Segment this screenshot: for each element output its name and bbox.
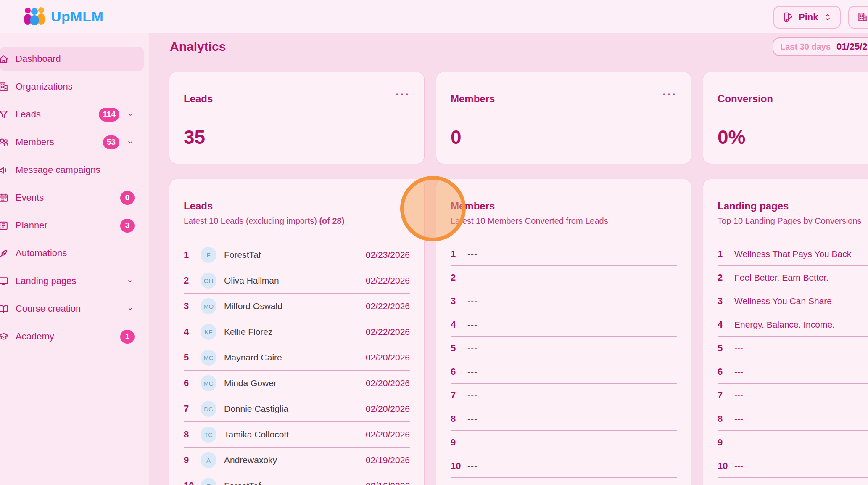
landing-page-title[interactable]: --- xyxy=(734,461,743,471)
lead-row[interactable]: 2OHOliva Hallman02/22/2026 xyxy=(184,268,410,294)
member-row: 3--- xyxy=(451,289,677,313)
rocket-icon xyxy=(0,248,9,259)
date-range-button[interactable]: Last 30 days 01/25/20 xyxy=(773,37,868,56)
avatar: A xyxy=(201,452,216,468)
landing-page-title[interactable]: Wellness You Can Share xyxy=(734,296,832,306)
landing-page-row[interactable]: 3Wellness You Can Share xyxy=(718,289,868,313)
member-row: 2--- xyxy=(451,266,677,289)
row-number: 9 xyxy=(451,437,467,448)
lead-date: 02/20/2026 xyxy=(366,378,410,388)
member-placeholder: --- xyxy=(467,249,478,259)
row-number: 9 xyxy=(718,437,734,448)
landing-page-title[interactable]: --- xyxy=(734,390,743,400)
header-actions: Pink U xyxy=(773,6,868,29)
landing-page-row[interactable]: 10--- xyxy=(718,454,868,478)
lead-name: Oliva Hallman xyxy=(224,276,279,286)
landing-page-title[interactable]: Feel Better. Earn Better. xyxy=(734,273,828,283)
landing-page-row[interactable]: 4Energy. Balance. Income. xyxy=(718,313,868,337)
member-placeholder: --- xyxy=(467,296,478,306)
row-number: 5 xyxy=(184,352,201,363)
count-badge: 114 xyxy=(99,108,119,122)
row-number: 1 xyxy=(451,249,467,260)
row-number: 2 xyxy=(184,275,201,286)
landing-page-title[interactable]: Wellness That Pays You Back xyxy=(734,249,851,259)
landing-page-title[interactable]: --- xyxy=(734,367,743,377)
sidebar-item-label: Events xyxy=(16,192,120,203)
sidebar-item-label: Leads xyxy=(16,109,99,120)
sidebar-item-landing-pages[interactable]: Landing pages xyxy=(0,269,144,293)
sidebar-item-automations[interactable]: Automations xyxy=(0,241,144,265)
lead-row[interactable]: 7DCDonnie Castiglia02/20/2026 xyxy=(184,396,410,422)
landing-page-row[interactable]: 8--- xyxy=(718,407,868,431)
sidebar-item-events[interactable]: Events0 xyxy=(0,186,144,210)
people-logo-icon xyxy=(23,7,46,26)
count-badge: 0 xyxy=(120,191,135,205)
list-card-title: Landing pages xyxy=(718,200,789,212)
landing-page-title[interactable]: --- xyxy=(734,437,743,448)
lead-date: 02/20/2026 xyxy=(366,404,410,414)
sidebar-item-message-campaigns[interactable]: Message campaigns xyxy=(0,158,144,182)
row-number: 10 xyxy=(184,480,201,485)
list-card-title: Leads xyxy=(184,200,213,212)
member-placeholder: --- xyxy=(467,461,478,471)
sidebar-item-academy[interactable]: Academy1 xyxy=(0,324,144,349)
lead-row[interactable]: 4KFKellie Florez02/22/2026 xyxy=(184,319,410,345)
chevron-down-icon[interactable] xyxy=(126,110,135,119)
sidebar-item-planner[interactable]: Planner3 xyxy=(0,213,144,238)
row-number: 6 xyxy=(451,366,467,377)
avatar: MC xyxy=(201,350,216,366)
app-name: UpMLM xyxy=(51,8,103,25)
sidebar-item-course-creation[interactable]: Course creation xyxy=(0,297,144,321)
landing-page-title[interactable]: --- xyxy=(734,414,743,424)
lead-row[interactable]: 9AAndrewaxoky02/19/2026 xyxy=(184,448,410,473)
list-card-subtitle: Latest 10 Members Converted from Leads xyxy=(451,216,608,226)
avatar: F xyxy=(201,247,216,263)
lead-row[interactable]: 3MOMilford Oswald02/22/2026 xyxy=(184,294,410,319)
row-number: 4 xyxy=(184,326,201,337)
landing-page-row[interactable]: 9--- xyxy=(718,431,868,454)
stat-card-title: Members xyxy=(451,93,495,105)
ellipsis-menu-icon[interactable]: ... xyxy=(662,87,677,95)
lead-row[interactable]: 10FForestTaf02/16/2026 xyxy=(184,473,410,485)
app-logo[interactable]: UpMLM xyxy=(23,7,103,26)
theme-select-button[interactable]: Pink xyxy=(773,6,841,29)
lead-row[interactable]: 1FForestTaf02/23/2026 xyxy=(184,242,410,268)
landing-page-title[interactable]: --- xyxy=(734,343,743,353)
lists-row: LeadsLatest 10 Leads (excluding imports)… xyxy=(169,179,868,485)
row-number: 4 xyxy=(451,319,467,330)
lead-date: 02/16/2026 xyxy=(366,481,410,485)
row-number: 4 xyxy=(718,319,734,330)
sidebar-item-label: Course creation xyxy=(16,303,119,314)
lead-date: 02/22/2026 xyxy=(366,327,410,337)
member-placeholder: --- xyxy=(467,273,478,283)
landing-page-row[interactable]: 5--- xyxy=(718,337,868,360)
chevron-down-icon[interactable] xyxy=(126,138,135,146)
row-number: 3 xyxy=(451,296,467,307)
clipboard-icon xyxy=(0,220,9,231)
landing-page-row[interactable]: 7--- xyxy=(718,384,868,407)
page-title: Analytics xyxy=(170,40,226,54)
sidebar-item-dashboard[interactable]: Dashboard xyxy=(0,47,144,71)
landing-page-row[interactable]: 1Wellness That Pays You Back xyxy=(718,242,868,266)
lead-row[interactable]: 8TCTamika Collocott02/20/2026 xyxy=(184,422,410,448)
ellipsis-menu-icon[interactable]: ... xyxy=(396,87,410,95)
list-card-title: Members xyxy=(451,200,495,212)
sidebar-item-members[interactable]: Members53 xyxy=(0,130,144,154)
stat-card-title: Leads xyxy=(184,93,213,105)
landing-page-title[interactable]: Energy. Balance. Income. xyxy=(734,320,835,330)
palette-icon xyxy=(782,11,794,23)
lead-name: Minda Gower xyxy=(224,378,277,388)
sidebar-item-leads[interactable]: Leads114 xyxy=(0,102,144,127)
landing-page-row[interactable]: 2Feel Better. Earn Better. xyxy=(718,266,868,289)
landing-page-row[interactable]: 6--- xyxy=(718,360,868,384)
stat-card-members: Members...0 xyxy=(436,72,691,164)
chevron-down-icon[interactable] xyxy=(126,277,135,285)
lead-row[interactable]: 5MCMaynard Caire02/20/2026 xyxy=(184,345,410,371)
sidebar-item-organizations[interactable]: Organizations xyxy=(0,74,144,99)
organization-button[interactable]: U xyxy=(848,6,868,29)
chevron-down-icon[interactable] xyxy=(126,305,135,313)
lead-name: Milford Oswald xyxy=(224,301,282,311)
lead-row[interactable]: 6MGMinda Gower02/20/2026 xyxy=(184,371,410,396)
count-badge: 1 xyxy=(120,330,135,344)
stat-card-title: Conversion xyxy=(718,93,773,105)
